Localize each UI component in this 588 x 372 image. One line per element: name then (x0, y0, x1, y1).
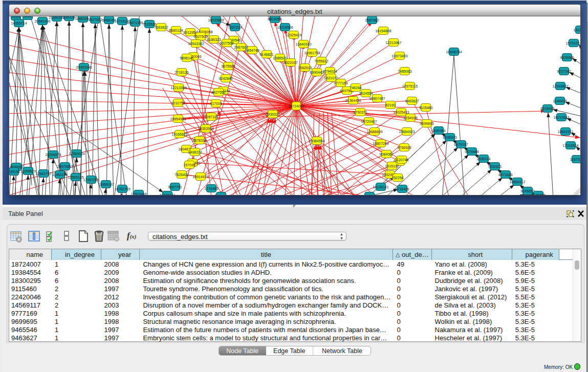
svg-text:17359924: 17359924 (69, 152, 84, 156)
svg-text:6679197: 6679197 (454, 143, 468, 146)
svg-text:746266: 746266 (350, 86, 361, 90)
svg-text:13640910: 13640910 (295, 42, 311, 46)
svg-text:9463627: 9463627 (405, 99, 419, 103)
svg-text:7625402: 7625402 (175, 173, 188, 177)
svg-text:7663822: 7663822 (154, 26, 168, 29)
svg-text:10688609: 10688609 (366, 130, 382, 134)
svg-text:19384554: 19384554 (309, 139, 324, 143)
svg-text:2099: 2099 (12, 16, 20, 18)
svg-text:19692971: 19692971 (557, 130, 573, 134)
svg-text:12923448: 12923448 (130, 192, 146, 196)
svg-text:12325419: 12325419 (286, 33, 301, 37)
svg-text:12505135: 12505135 (68, 176, 83, 179)
svg-text:11451194: 11451194 (52, 173, 68, 177)
svg-text:9227342: 9227342 (557, 70, 571, 73)
svg-text:16782759: 16782759 (114, 187, 130, 191)
svg-text:9777169: 9777169 (334, 81, 347, 85)
svg-text:7485063: 7485063 (398, 70, 411, 73)
svg-text:1562615: 1562615 (298, 66, 312, 70)
svg-text:1588520: 1588520 (273, 56, 287, 60)
svg-text:20691406: 20691406 (34, 19, 50, 23)
svg-text:9245652: 9245652 (520, 189, 534, 193)
svg-text:1621072: 1621072 (324, 76, 338, 80)
svg-text:16914479: 16914479 (192, 175, 208, 179)
svg-text:13353594: 13353594 (198, 127, 213, 130)
svg-text:17957255: 17957255 (83, 178, 99, 182)
svg-text:8660124: 8660124 (169, 29, 183, 32)
svg-text:1167533: 1167533 (570, 158, 581, 161)
svg-text:20206578: 20206578 (45, 153, 61, 157)
svg-text:19654923: 19654923 (399, 130, 415, 134)
svg-text:1254938: 1254938 (403, 116, 417, 120)
svg-text:9896141: 9896141 (180, 56, 193, 60)
svg-text:9084067: 9084067 (379, 152, 393, 156)
svg-text:17016504: 17016504 (562, 144, 578, 147)
svg-text:8215955: 8215955 (540, 107, 554, 111)
svg-text:5031: 5031 (24, 16, 32, 18)
svg-text:2935114: 2935114 (477, 157, 491, 161)
svg-text:8912954: 8912954 (183, 31, 197, 34)
svg-text:3624554: 3624554 (359, 92, 373, 95)
svg-text:252254: 252254 (391, 176, 403, 180)
svg-text:1493141: 1493141 (362, 194, 376, 196)
svg-text:10025433: 10025433 (393, 111, 409, 114)
svg-text:9699695: 9699695 (420, 122, 433, 125)
svg-text:8794024: 8794024 (323, 70, 337, 73)
svg-text:1640954: 1640954 (431, 129, 445, 133)
svg-text:8267115: 8267115 (205, 115, 219, 119)
svg-text:10807487: 10807487 (369, 97, 385, 100)
svg-text:19218506: 19218506 (277, 26, 293, 29)
svg-text:12213967: 12213967 (385, 41, 401, 45)
svg-text:9242848: 9242848 (219, 77, 232, 80)
svg-text:1498222: 1498222 (188, 150, 202, 154)
svg-text:9329966: 9329966 (560, 56, 574, 59)
svg-text:19166825: 19166825 (171, 133, 187, 136)
svg-text:1527602: 1527602 (88, 18, 102, 21)
svg-text:10958107: 10958107 (98, 183, 114, 186)
svg-text:8471626: 8471626 (498, 173, 512, 177)
svg-text:2687682: 2687682 (365, 18, 379, 22)
svg-text:21364456: 21364456 (345, 99, 361, 102)
svg-text:10961758: 10961758 (304, 51, 320, 55)
svg-text:8878334: 8878334 (192, 139, 206, 142)
svg-text:10973493: 10973493 (391, 54, 407, 58)
svg-text:1244415: 1244415 (553, 99, 567, 103)
svg-text:18807249: 18807249 (373, 142, 388, 145)
svg-text:9857791: 9857791 (168, 185, 182, 189)
svg-text:12975115: 12975115 (402, 84, 418, 88)
svg-text:20053346: 20053346 (76, 65, 92, 69)
svg-text:7955812: 7955812 (314, 59, 328, 63)
svg-text:10543382: 10543382 (188, 42, 204, 46)
svg-text:8813054: 8813054 (268, 17, 281, 21)
svg-text:1733426: 1733426 (395, 187, 409, 191)
svg-text:12942717: 12942717 (35, 172, 51, 176)
svg-text:7632621: 7632621 (488, 165, 502, 168)
svg-text:8322037: 8322037 (284, 61, 297, 64)
svg-text:14136141: 14136141 (159, 193, 175, 196)
svg-text:9245658: 9245658 (531, 193, 545, 196)
svg-text:9756928: 9756928 (397, 146, 411, 149)
svg-text:8427552: 8427552 (211, 91, 225, 94)
svg-text:11156829: 11156829 (20, 169, 36, 173)
svg-text:9474444: 9474444 (465, 150, 478, 154)
svg-text:9327508: 9327508 (220, 41, 233, 45)
svg-text:8938923: 8938923 (443, 136, 456, 139)
svg-text:16210643: 16210643 (553, 116, 569, 119)
svg-text:3675685: 3675685 (221, 64, 235, 68)
svg-text:2930027: 2930027 (266, 113, 279, 116)
svg-text:1312345: 1312345 (573, 28, 580, 32)
svg-text:19654985: 19654985 (170, 117, 186, 121)
svg-text:2718126: 2718126 (175, 71, 188, 74)
svg-text:9648173: 9648173 (214, 194, 228, 196)
svg-text:9146821: 9146821 (259, 53, 273, 56)
svg-text:14055714: 14055714 (11, 21, 27, 25)
svg-text:16648784: 16648784 (446, 50, 462, 54)
svg-text:10654112: 10654112 (510, 180, 526, 184)
svg-text:12093822: 12093822 (552, 84, 568, 88)
svg-text:9527505: 9527505 (193, 35, 207, 38)
svg-text:417004: 417004 (210, 102, 222, 105)
svg-text:939154: 939154 (9, 170, 20, 173)
svg-text:14136141: 14136141 (373, 185, 388, 189)
svg-text:1010755: 1010755 (171, 101, 185, 105)
svg-text:16033809: 16033809 (208, 18, 224, 22)
